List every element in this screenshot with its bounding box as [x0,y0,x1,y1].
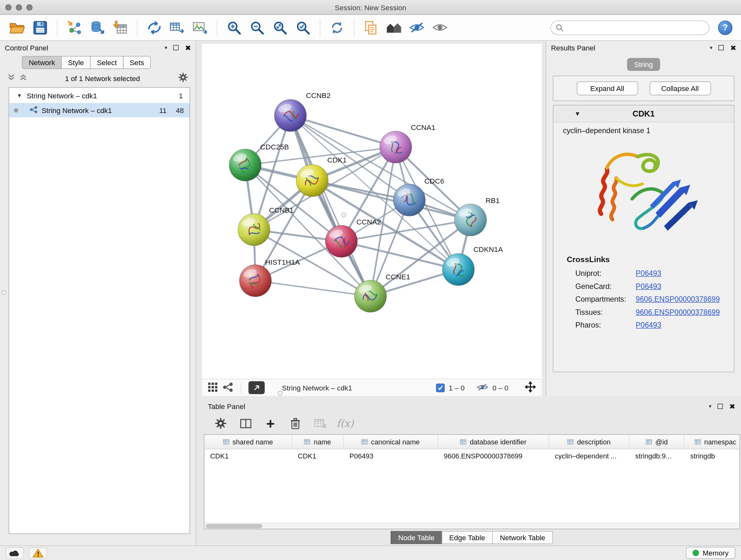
panel-menu-icon[interactable]: ▾ [709,403,711,409]
crosslink-link[interactable]: P06493 [636,269,661,278]
tab-sets[interactable]: Sets [123,56,151,69]
column-header-namespac[interactable]: namespac [684,435,740,449]
toolbar-separator [217,19,218,36]
close-window-button[interactable] [5,4,12,10]
network-edge[interactable] [290,116,370,296]
expand-all-networks-icon[interactable] [8,74,15,82]
show-columns-button[interactable] [237,415,255,433]
fit-content-crosshair-icon[interactable] [525,381,536,394]
network-graph[interactable]: CCNB2CCNA1CDC25BCDK1CDC6RB1CCNB1CCNA2CDK… [202,44,542,379]
crosslink-link[interactable]: P06493 [636,321,661,329]
network-node-CCNA1[interactable]: CCNA1 [380,123,435,163]
open-in-new-window-button[interactable] [249,381,265,394]
zoom-in-button[interactable] [224,17,245,38]
status-bar: Memory [0,546,741,560]
table-settings-gear-button[interactable] [212,415,230,433]
import-network-from-database-button[interactable] [87,17,108,38]
tab-network-table[interactable]: Network Table [492,531,553,544]
help-button[interactable]: ? [718,20,732,35]
table-cell: 9606.ENSP00000378699 [438,452,549,459]
splitter-handle[interactable] [278,391,282,395]
network-node-HIST1H1A[interactable]: HIST1H1A [239,258,300,297]
memory-button[interactable]: Memory [686,547,735,559]
tab-network[interactable]: Network [22,56,62,69]
entry-disclosure-icon[interactable]: ▼ [575,110,581,118]
string-network-icon [30,106,38,115]
search-field[interactable] [550,20,710,35]
network-node-CDK1[interactable]: CDK1 [296,156,347,197]
network-node-RB1[interactable]: RB1 [455,196,500,236]
float-panel-icon[interactable] [719,45,724,50]
network-edge[interactable] [290,116,396,147]
maximize-window-button[interactable] [26,4,33,10]
expand-all-button[interactable]: Expand All [577,81,638,96]
share-network-icon[interactable] [223,382,234,393]
network-collection-row[interactable]: ▼ String Network – cdk1 1 [9,88,190,103]
refresh-layout-button[interactable] [327,17,347,38]
tab-node-table[interactable]: Node Table [391,531,442,544]
panel-menu-icon[interactable]: ▾ [165,44,167,51]
column-header-shared-name[interactable]: shared name [205,435,292,449]
collection-disclosure-icon[interactable]: ▼ [17,92,22,98]
tab-select[interactable]: Select [90,56,124,69]
home-button[interactable] [384,17,405,38]
search-input[interactable] [567,23,704,31]
crosslink-link[interactable]: 9606.ENSP00000378699 [636,295,720,304]
table-panel: Table Panel ▾ ✖ + f(x) shared n [204,400,740,546]
network-edge[interactable] [255,281,370,296]
float-panel-icon[interactable] [174,45,179,50]
network-row-selected[interactable]: String Network – cdk1 11 48 [9,103,190,118]
save-session-button[interactable] [30,17,51,38]
network-canvas[interactable]: CCNB2CCNA1CDC25BCDK1CDC6RB1CCNB1CCNA2CDK… [202,44,542,379]
annotation-copy-button[interactable] [360,17,382,38]
network-node-CCNB1[interactable]: CCNB1 [238,206,294,246]
scrollbar-thumb[interactable] [206,524,262,529]
export-image-icon [192,21,208,35]
tab-edge-table[interactable]: Edge Table [442,531,493,544]
network-options-gear-icon[interactable] [178,72,188,84]
results-tab-string[interactable]: String [627,58,660,71]
network-node-CDKN1A[interactable]: CDKN1A [442,245,503,286]
collapse-all-button[interactable]: Collapse All [650,81,711,96]
create-column-button[interactable]: + [261,415,280,433]
float-panel-icon[interactable] [718,403,723,409]
hide-selected-button[interactable] [407,17,428,38]
export-image-button[interactable] [190,17,211,38]
column-header-description[interactable]: description [549,435,630,449]
cloud-button[interactable] [6,547,24,559]
new-network-icon [147,20,162,35]
tab-style[interactable]: Style [61,56,91,69]
import-network-from-file-button[interactable] [64,17,85,38]
close-panel-icon[interactable]: ✖ [730,44,736,51]
birds-eye-grid-icon[interactable] [208,382,218,393]
selected-checkbox-icon[interactable] [436,383,445,392]
table-row[interactable]: CDK1CDK1P064939606.ENSP00000378699cyclin… [205,449,740,462]
import-table-from-file-button[interactable] [110,17,131,38]
zoom-fit-button[interactable] [270,17,291,38]
table-horizontal-scrollbar[interactable] [205,523,740,529]
warnings-button[interactable] [29,547,47,559]
splitter-handle[interactable] [2,290,6,295]
minimize-window-button[interactable] [16,4,22,10]
new-network-from-table-button[interactable] [166,17,188,38]
new-network-button[interactable] [144,17,165,38]
column-header--id[interactable]: @id [630,435,685,449]
close-panel-icon[interactable]: ✖ [729,402,735,410]
column-header-database-identifier[interactable]: database identifier [438,435,549,449]
show-all-button[interactable] [429,17,451,38]
collapse-all-networks-icon[interactable] [20,74,27,82]
network-node-CDC6[interactable]: CDC6 [393,177,444,216]
column-header-canonical-name[interactable]: canonical name [344,435,438,449]
column-header-name[interactable]: name [292,435,344,449]
splitter-handle[interactable] [341,212,346,217]
crosslink-link[interactable]: 9606.ENSP00000378699 [636,308,720,317]
hidden-eye-slash-icon[interactable] [476,382,488,393]
delete-column-button[interactable] [286,415,305,433]
entry-header[interactable]: ▼ CDK1 [553,105,734,123]
panel-menu-icon[interactable]: ▾ [710,44,712,51]
zoom-selected-button[interactable] [293,17,314,38]
zoom-out-button[interactable] [247,17,268,38]
crosslink-link[interactable]: P06493 [636,282,661,291]
close-panel-icon[interactable]: ✖ [185,44,191,51]
open-session-button[interactable] [7,17,28,38]
